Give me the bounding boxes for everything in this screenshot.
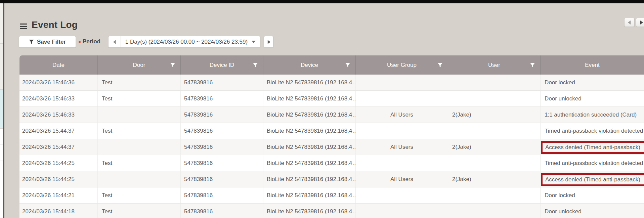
cell-door: Test: [98, 155, 181, 171]
column-header-user-group[interactable]: User Group: [356, 55, 448, 75]
cell-date: 2024/03/26 15:46:33: [19, 91, 98, 106]
funnel-icon[interactable]: [345, 63, 350, 68]
cell-door: [98, 107, 181, 123]
table-row[interactable]: 2024/03/26 15:46:36 Test 547839816 BioLi…: [19, 75, 644, 91]
sidebar-edge-segment: [0, 129, 3, 218]
period-next-button[interactable]: [264, 36, 273, 48]
cell-event: Door unlocked: [541, 91, 644, 106]
sidebar-edge-segment: [0, 3, 3, 44]
cell-user-group: [356, 155, 448, 171]
column-header-door[interactable]: Door: [98, 55, 181, 75]
annotation-highlight-box: Access denied (Timed anti-passback): [541, 141, 644, 154]
cell-user: [448, 91, 541, 106]
required-dot: [79, 41, 81, 43]
cell-event: 1:1 authentication succeeded (Card): [541, 107, 644, 123]
funnel-icon[interactable]: [170, 63, 175, 68]
column-label: Device ID: [210, 62, 234, 69]
cell-date: 2024/03/26 15:46:33: [19, 107, 98, 123]
cell-door: [98, 139, 181, 155]
event-log-table: Date Door Device ID Device User Group Us…: [19, 55, 644, 218]
cell-event: Access denied (Timed anti-passback): [541, 139, 644, 155]
cell-device-id: 547839816: [181, 123, 263, 139]
sidebar-edge: [0, 3, 4, 218]
cell-user: [448, 75, 541, 90]
cell-device-id: 547839816: [181, 139, 263, 155]
save-filter-label: Save Filter: [37, 39, 66, 45]
cell-door: Test: [98, 187, 181, 203]
cell-device: BioLite N2 547839816 (192.168.4…: [263, 107, 356, 123]
cell-device: BioLite N2 547839816 (192.168.4…: [263, 187, 356, 203]
column-header-date[interactable]: Date: [19, 55, 98, 75]
cell-user-group: All Users: [356, 139, 448, 155]
table-row[interactable]: 2024/03/26 15:44:37 547839816 BioLite N2…: [19, 139, 644, 155]
table-row[interactable]: 2024/03/26 15:44:37 Test 547839816 BioLi…: [19, 123, 644, 139]
cell-user-group: [356, 187, 448, 203]
cell-door: Test: [98, 204, 181, 218]
cell-event: Door unlocked: [541, 204, 644, 218]
period-dropdown[interactable]: 1 Day(s) (2024/03/26 00:00 ~ 2024/03/26 …: [121, 36, 260, 47]
table-row[interactable]: 2024/03/26 15:44:25 Test 547839816 BioLi…: [19, 155, 644, 171]
annotation-highlight-box: Access denied (Timed anti-passback): [541, 173, 644, 186]
column-label: Date: [52, 62, 65, 69]
column-label: Event: [585, 62, 599, 69]
cell-user-group: [356, 91, 448, 106]
period-selector: 1 Day(s) (2024/03/26 00:00 ~ 2024/03/26 …: [108, 36, 260, 48]
column-header-device-id[interactable]: Device ID: [181, 55, 263, 75]
table-row[interactable]: 2024/03/26 15:44:25 547839816 BioLite N2…: [19, 171, 644, 187]
cell-user: [448, 123, 541, 139]
arrow-right-icon: [640, 20, 643, 25]
funnel-icon[interactable]: [253, 63, 258, 68]
cell-event: Timed anti-passback violation detected: [541, 155, 644, 171]
cell-user-group: [356, 204, 448, 218]
period-prev-button[interactable]: [109, 36, 121, 47]
table-row[interactable]: 2024/03/26 15:46:33 547839816 BioLite N2…: [19, 107, 644, 123]
cell-device: BioLite N2 547839816 (192.168.4…: [263, 91, 356, 106]
cell-date: 2024/03/26 15:44:18: [19, 204, 98, 218]
page-next-button[interactable]: [636, 18, 644, 27]
cell-device: BioLite N2 547839816 (192.168.4…: [263, 155, 356, 171]
list-icon: [20, 24, 27, 29]
cell-device-id: 547839816: [181, 91, 263, 106]
column-header-device[interactable]: Device: [263, 55, 356, 75]
cell-device: BioLite N2 547839816 (192.168.4…: [263, 139, 356, 155]
page-title: Event Log: [32, 19, 78, 30]
cell-date: 2024/03/26 15:44:25: [19, 171, 98, 187]
column-header-event[interactable]: Event: [541, 55, 644, 75]
arrow-right-icon: [267, 40, 270, 44]
cell-device: BioLite N2 547839816 (192.168.4…: [263, 123, 356, 139]
cell-device-id: 547839816: [181, 204, 263, 218]
sidebar-edge-segment: [0, 44, 3, 90]
cell-user-group: [356, 75, 448, 90]
cell-door: Test: [98, 91, 181, 106]
arrow-left-icon: [628, 20, 631, 25]
cell-device: BioLite N2 547839816 (192.168.4…: [263, 204, 356, 218]
save-filter-button[interactable]: Save Filter: [19, 36, 76, 48]
arrow-left-icon: [113, 40, 116, 44]
table-row[interactable]: 2024/03/26 15:46:33 Test 547839816 BioLi…: [19, 91, 644, 107]
column-header-user[interactable]: User: [448, 55, 541, 75]
funnel-icon[interactable]: [530, 63, 535, 68]
cell-date: 2024/03/26 15:44:37: [19, 139, 98, 155]
table-row[interactable]: 2024/03/26 15:44:21 Test 547839816 BioLi…: [19, 187, 644, 204]
cell-user: 2(Jake): [448, 107, 541, 123]
page-prev-button[interactable]: [624, 18, 635, 27]
cell-date: 2024/03/26 15:44:37: [19, 123, 98, 139]
cell-event: Timed anti-passback violation detected: [541, 123, 644, 139]
cell-user: [448, 155, 541, 171]
cell-device-id: 547839816: [181, 107, 263, 123]
funnel-icon[interactable]: [438, 63, 442, 68]
cell-event: Access denied (Timed anti-passback): [541, 171, 644, 187]
cell-device-id: 547839816: [181, 171, 263, 187]
cell-user-group: [356, 123, 448, 139]
cell-device-id: 547839816: [181, 155, 263, 171]
column-label: Door: [133, 62, 145, 69]
cell-device: BioLite N2 547839816 (192.168.4…: [263, 171, 356, 187]
cell-user-group: All Users: [356, 171, 448, 187]
cell-event: Door locked: [541, 75, 644, 90]
cell-device-id: 547839816: [181, 187, 263, 203]
funnel-icon: [29, 39, 34, 44]
cell-event: Door locked: [541, 187, 644, 203]
table-row[interactable]: 2024/03/26 15:44:18 Test 547839816 BioLi…: [19, 204, 644, 218]
cell-door: [98, 171, 181, 187]
cell-user: 2(Jake): [448, 171, 541, 187]
